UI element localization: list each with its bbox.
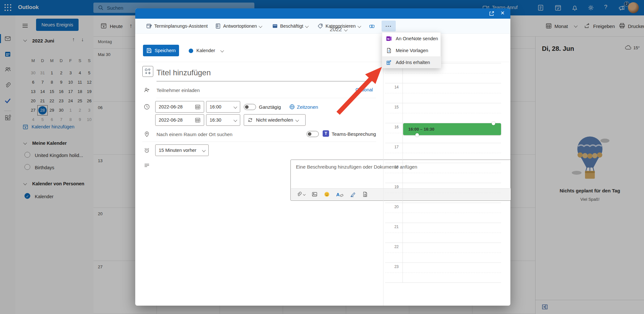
teams-meeting-label: Teams-Besprechung: [332, 131, 376, 137]
insert-image-icon[interactable]: [312, 191, 317, 197]
location-pin-icon: [144, 131, 150, 137]
start-date-field[interactable]: 2022-06-28: [155, 101, 204, 113]
clear-format-icon[interactable]: A: [336, 192, 344, 197]
more-options-button[interactable]: ...: [382, 21, 396, 32]
hour-line: [385, 203, 501, 203]
dialog-toolbar: Terminplanungs-Assistent Antwortoptionen…: [135, 19, 510, 34]
more-options-menu: N An OneNote senden Meine Vorlagen Add-I…: [382, 32, 441, 68]
event-charm-picker[interactable]: [142, 66, 153, 77]
calendar-color-dot: [189, 49, 193, 53]
location-input[interactable]: Nach einem Raum oder Ort suchen: [156, 132, 232, 137]
event-resize-handle-top[interactable]: [492, 122, 495, 125]
hour-line: [385, 183, 501, 183]
scheduling-assistant-icon: [146, 23, 152, 29]
hour-label: 21: [386, 225, 399, 229]
hour-line: [385, 243, 501, 243]
new-event-dialog: ✕ Terminplanungs-Assistent Antwortoption…: [135, 8, 510, 306]
end-date-field[interactable]: 2022-06-28: [155, 114, 204, 126]
reminder-bell-icon: [144, 147, 150, 154]
hour-line: [385, 103, 501, 103]
globe-icon: [289, 104, 295, 110]
start-time-field[interactable]: 16:00: [206, 101, 240, 113]
response-options-icon: [215, 23, 221, 29]
preview-event-block[interactable]: 16:00 – 16:30: [403, 123, 501, 135]
title-input[interactable]: Titel hinzufügen: [156, 68, 211, 77]
menu-item-send-to-onenote[interactable]: N An OneNote senden: [382, 32, 441, 44]
clock-icon: [144, 104, 150, 110]
hour-label: 19: [386, 185, 399, 189]
chevron-down-icon: [357, 24, 361, 28]
repeat-dropdown[interactable]: Nicht wiederholen: [244, 114, 306, 126]
chevron-down-icon: [233, 105, 237, 108]
half-hour-line: [385, 233, 501, 233]
chevron-down-icon: [305, 24, 308, 28]
hour-line: [385, 282, 501, 283]
insert-document-icon[interactable]: [362, 191, 368, 197]
onenote-icon: N: [386, 36, 392, 42]
hour-label: 22: [386, 245, 399, 249]
hour-line: [385, 223, 501, 223]
reminder-dropdown[interactable]: 15 Minuten vorher: [155, 144, 209, 156]
busy-status-icon: [272, 23, 278, 29]
emoji-icon[interactable]: [324, 191, 330, 197]
chevron-down-icon: [220, 49, 224, 52]
attendees-input[interactable]: Teilnehmer einladen: [156, 88, 200, 93]
chevron-down-icon: [259, 24, 262, 28]
charm-grid-icon: [143, 66, 153, 77]
chevron-down-icon: [344, 28, 347, 31]
half-hour-line: [385, 213, 501, 213]
event-resize-handle-bottom[interactable]: [415, 133, 419, 137]
form-divider: [142, 142, 376, 142]
busy-status-button[interactable]: Beschäftigt: [272, 23, 308, 29]
hour-label: 16: [386, 125, 399, 129]
menu-item-get-add-ins[interactable]: Add-Ins erhalten: [382, 56, 441, 68]
teams-logo-icon: T: [323, 130, 329, 137]
chevron-down-icon: [202, 148, 205, 152]
preview-date-header[interactable]: 2022: [330, 26, 347, 33]
invite-attendees-icon: [144, 87, 150, 93]
calendar-picker[interactable]: Kalender: [196, 48, 215, 53]
response-options-button[interactable]: Antwortoptionen: [215, 23, 262, 29]
half-hour-line: [385, 93, 501, 93]
preview-event-label: 16:00 – 16:30: [408, 127, 434, 132]
hour-label: 23: [386, 264, 399, 269]
date-picker-icon[interactable]: [195, 104, 201, 110]
popout-icon[interactable]: [489, 11, 495, 16]
chevron-down-icon: [233, 118, 237, 122]
save-button[interactable]: Speichern: [143, 45, 179, 56]
half-hour-line: [385, 272, 501, 273]
template-document-icon: [386, 48, 392, 53]
description-lines-icon: [144, 162, 150, 169]
hour-line: [385, 83, 501, 83]
half-hour-line: [385, 73, 501, 73]
dialog-title-bar[interactable]: ✕: [135, 8, 510, 19]
annotation-arrow: [325, 61, 390, 119]
svg-text:N: N: [387, 37, 390, 41]
hour-label: 17: [386, 145, 399, 149]
hour-label: 18: [386, 165, 399, 169]
scheduling-assistant-button[interactable]: Terminplanungs-Assistent: [146, 23, 208, 29]
all-day-toggle[interactable]: [244, 104, 256, 110]
save-icon: [146, 48, 152, 53]
time-zones-link[interactable]: Zeitzonen: [297, 104, 318, 110]
end-time-field[interactable]: 16:30: [206, 114, 240, 126]
repeat-icon: [247, 117, 253, 123]
all-day-label: Ganztägig: [259, 104, 281, 110]
menu-item-my-templates[interactable]: Meine Vorlagen: [382, 44, 441, 56]
chevron-down-icon: [296, 118, 299, 122]
draw-pen-icon[interactable]: [350, 191, 356, 197]
date-picker-icon[interactable]: [195, 117, 201, 123]
close-icon[interactable]: ✕: [500, 10, 505, 16]
half-hour-line: [385, 173, 501, 173]
poll-icon[interactable]: [369, 23, 375, 29]
day-preview-grid[interactable]: 1415161718192021222316:00 – 16:30: [383, 63, 510, 285]
chevron-down-icon[interactable]: [303, 193, 306, 196]
attach-icon[interactable]: [296, 191, 302, 197]
hour-line: [385, 163, 501, 163]
half-hour-line: [385, 153, 501, 153]
half-hour-line: [385, 193, 501, 193]
teams-meeting-toggle[interactable]: [307, 131, 319, 137]
half-hour-line: [385, 113, 501, 113]
hour-label: 20: [386, 205, 399, 209]
hour-line: [385, 143, 501, 143]
